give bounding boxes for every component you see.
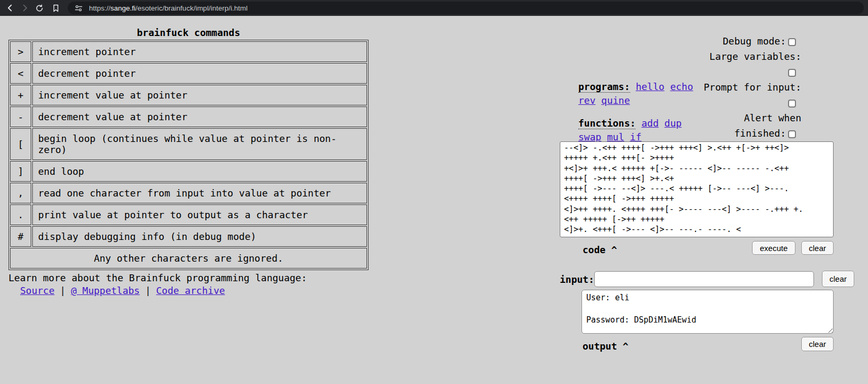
prompt-for-input-checkbox[interactable] bbox=[788, 100, 796, 108]
commands-table-title: brainfuck commands bbox=[8, 27, 369, 38]
functions-links: functions: add dup swap mul if bbox=[578, 117, 706, 144]
command-row: > increment pointer bbox=[10, 41, 367, 62]
output-clear-button[interactable]: clear bbox=[801, 337, 834, 351]
brainfuck-interpreter-page: { "toolbar": { "url": { "scheme": "https… bbox=[0, 0, 868, 384]
command-description: print value at pointer to output as a ch… bbox=[32, 204, 367, 225]
code-archive-link[interactable]: Code archive bbox=[156, 285, 225, 296]
large-variables-checkbox[interactable] bbox=[788, 69, 796, 77]
url-scheme: https:// bbox=[89, 4, 111, 12]
muppetlabs-link[interactable]: @ Muppetlabs bbox=[71, 285, 140, 296]
command-description: decrement value at pointer bbox=[32, 106, 367, 127]
url-path: /esoteric/brainfuck/impl/interp/i.html bbox=[136, 4, 248, 12]
command-description: begin loop (continues while value at poi… bbox=[32, 128, 367, 160]
link-separator: | bbox=[60, 285, 66, 296]
function-link-swap[interactable]: swap bbox=[578, 131, 601, 142]
command-description: display debugging info (in debug mode) bbox=[32, 226, 367, 247]
command-row: [ begin loop (continues while value at p… bbox=[10, 128, 367, 160]
input-clear-button[interactable]: clear bbox=[822, 271, 854, 287]
command-symbol: < bbox=[10, 63, 31, 84]
url-text: https://sange.fi/esoteric/brainfuck/impl… bbox=[89, 4, 247, 12]
alert-when-label: Alert when bbox=[744, 112, 801, 123]
finished-label: finished: bbox=[734, 128, 786, 139]
function-link-add[interactable]: add bbox=[641, 118, 659, 129]
command-symbol: > bbox=[10, 41, 31, 62]
browser-toolbar: https://sange.fi/esoteric/brainfuck/impl… bbox=[0, 0, 868, 16]
options-panel: Debug mode: Large variables: Prompt for … bbox=[704, 33, 801, 141]
alert-when-label-row: Alert when bbox=[704, 110, 801, 126]
command-row: ] end loop bbox=[10, 161, 367, 182]
command-row: , read one character from input into val… bbox=[10, 183, 367, 203]
output-textarea[interactable]: User: eli Password: DSpDiM1wAEwid bbox=[581, 290, 834, 334]
command-symbol: ] bbox=[10, 161, 31, 182]
input-field[interactable] bbox=[594, 271, 814, 287]
command-symbol: - bbox=[10, 106, 31, 127]
url-domain: sange.fi bbox=[111, 4, 136, 12]
program-link-rev[interactable]: rev bbox=[578, 95, 596, 106]
command-footer-row: Any other characters are ignored. bbox=[10, 248, 367, 269]
alert-finished-row: finished: bbox=[704, 126, 801, 141]
commands-table: > increment pointer < decrement pointer … bbox=[8, 40, 369, 270]
back-button[interactable] bbox=[4, 2, 16, 14]
input-label: input: bbox=[560, 274, 594, 285]
command-description: decrement pointer bbox=[32, 63, 367, 84]
command-symbol: [ bbox=[10, 128, 31, 160]
prompt-for-input-checkbox-row bbox=[704, 95, 801, 110]
prompt-for-input-label: Prompt for input: bbox=[704, 82, 801, 93]
execute-button[interactable]: execute bbox=[752, 241, 795, 255]
debug-mode-row: Debug mode: bbox=[704, 33, 801, 49]
large-variables-checkbox-row bbox=[704, 64, 801, 79]
commands-footer: Any other characters are ignored. bbox=[10, 248, 367, 269]
command-symbol: , bbox=[10, 183, 31, 203]
prompt-for-input-label-row: Prompt for input: bbox=[704, 79, 801, 95]
command-row: < decrement pointer bbox=[10, 63, 367, 84]
large-variables-label: Large variables: bbox=[710, 51, 801, 62]
command-description: end loop bbox=[32, 161, 367, 182]
forward-button[interactable] bbox=[19, 2, 31, 14]
output-label: output ^ bbox=[583, 341, 629, 352]
command-row: # display debugging info (in debug mode) bbox=[10, 226, 367, 247]
learn-more-heading: Learn more about the Brainfuck programmi… bbox=[8, 272, 307, 283]
command-row: + increment value at pointer bbox=[10, 85, 367, 105]
address-bar[interactable]: https://sange.fi/esoteric/brainfuck/impl… bbox=[68, 2, 864, 14]
command-description: read one character from input into value… bbox=[32, 183, 367, 203]
command-row: . print value at pointer to output as a … bbox=[10, 204, 367, 225]
alert-when-finished-checkbox[interactable] bbox=[788, 130, 796, 138]
code-clear-button[interactable]: clear bbox=[801, 241, 834, 255]
programs-label: programs: bbox=[578, 81, 630, 93]
function-link-dup[interactable]: dup bbox=[665, 118, 682, 129]
debug-mode-label: Debug mode: bbox=[723, 35, 786, 47]
site-permissions-icon[interactable] bbox=[75, 4, 83, 12]
program-link-echo[interactable]: echo bbox=[670, 81, 693, 92]
learn-more-links: Source|@ Muppetlabs|Code archive bbox=[20, 285, 225, 296]
program-link-hello[interactable]: hello bbox=[636, 81, 664, 92]
reload-icon bbox=[35, 4, 44, 13]
command-row: - decrement value at pointer bbox=[10, 106, 367, 127]
function-link-if[interactable]: if bbox=[630, 131, 642, 142]
source-link[interactable]: Source bbox=[20, 285, 55, 296]
bookmark-icon bbox=[51, 4, 60, 13]
debug-mode-checkbox[interactable] bbox=[788, 38, 796, 46]
link-separator: | bbox=[145, 285, 151, 296]
back-icon bbox=[5, 3, 15, 13]
programs-links: programs: hello echo rev quine bbox=[578, 80, 706, 108]
code-textarea[interactable]: --<]> -.<++ ++++[ ->+++ +++<] >.<++ +[->… bbox=[560, 141, 834, 237]
code-label: code ^ bbox=[583, 244, 617, 255]
command-symbol: + bbox=[10, 85, 31, 105]
command-description: increment value at pointer bbox=[32, 85, 367, 105]
command-symbol: . bbox=[10, 204, 31, 225]
functions-label: functions: bbox=[578, 118, 636, 129]
bookmark-button[interactable] bbox=[50, 2, 61, 14]
forward-icon bbox=[20, 3, 30, 13]
reload-button[interactable] bbox=[33, 2, 45, 14]
large-variables-label-row: Large variables: bbox=[704, 49, 801, 64]
program-link-quine[interactable]: quine bbox=[601, 95, 630, 106]
command-symbol: # bbox=[10, 226, 31, 247]
command-description: increment pointer bbox=[32, 41, 367, 62]
function-link-mul[interactable]: mul bbox=[607, 131, 624, 142]
